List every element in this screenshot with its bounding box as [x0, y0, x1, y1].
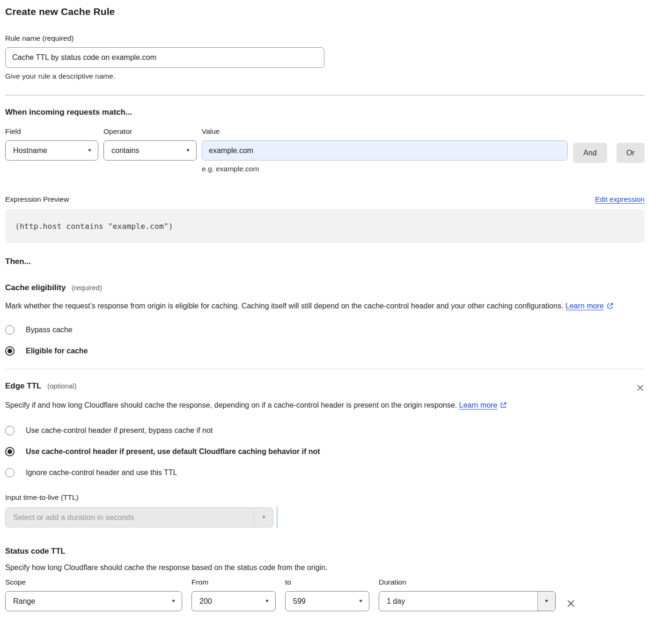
- cache-eligibility-required-tag: (required): [72, 284, 102, 292]
- external-link-icon: [607, 300, 614, 314]
- to-label: to: [285, 578, 369, 586]
- radio-selected-icon[interactable]: [5, 447, 15, 456]
- ttl-input-row: Select or add a duration in seconds ▼: [5, 502, 645, 528]
- scope-select-value: Range: [13, 597, 35, 606]
- chevron-down-icon: ▼: [358, 599, 364, 603]
- status-code-ttl-description: Specify how long Cloudflare should cache…: [5, 561, 645, 574]
- bypass-cache-option[interactable]: Bypass cache: [5, 325, 645, 335]
- edge-ttl-header: Edge TTL (optional): [5, 381, 645, 394]
- then-heading: Then...: [5, 257, 645, 266]
- operator-select[interactable]: contains ▼: [103, 140, 197, 161]
- radio-unselected-icon[interactable]: [5, 325, 15, 335]
- radio-selected-icon[interactable]: [5, 346, 15, 356]
- edge-ttl-optional-tag: (optional): [47, 382, 77, 390]
- field-select[interactable]: Hostname ▼: [5, 140, 98, 161]
- edge-ttl-option-bypass-label: Use cache-control header if present, byp…: [26, 426, 213, 435]
- edge-ttl-description-text: Specify if and how long Cloudflare shoul…: [5, 401, 457, 409]
- field-select-value: Hostname: [13, 146, 47, 155]
- from-column: From 200 ▼: [191, 578, 276, 611]
- chevron-down-icon: ▼: [264, 599, 270, 603]
- text-cursor: [277, 506, 278, 528]
- scope-label: Scope: [5, 578, 182, 586]
- edge-ttl-description: Specify if and how long Cloudflare shoul…: [5, 399, 520, 413]
- radio-unselected-icon[interactable]: [5, 468, 15, 477]
- edge-ttl-option-default[interactable]: Use cache-control header if present, use…: [5, 447, 645, 456]
- to-column: to 599 ▼: [285, 578, 369, 611]
- cache-eligibility-heading-row: Cache eligibility (required): [5, 283, 645, 293]
- edit-expression-link[interactable]: Edit expression: [595, 195, 645, 204]
- eligible-for-cache-option[interactable]: Eligible for cache: [5, 346, 645, 356]
- rule-name-input[interactable]: [5, 47, 324, 68]
- ttl-select-arrow-zone[interactable]: ▼: [254, 508, 273, 527]
- edge-ttl-option-ignore[interactable]: Ignore cache-control header and use this…: [5, 468, 645, 477]
- rule-name-helper: Give your rule a descriptive name.: [5, 72, 645, 80]
- section-divider-top: [5, 95, 645, 95]
- edge-ttl-learn-more-link[interactable]: Learn more: [459, 401, 498, 409]
- match-condition-row: Field Hostname ▼ Operator contains ▼ Val…: [5, 127, 645, 173]
- page-title: Create new Cache Rule: [5, 6, 645, 17]
- to-select-value: 599: [293, 597, 306, 606]
- section-divider-middle: [5, 369, 645, 369]
- duration-select-arrow-zone[interactable]: ▼: [537, 592, 555, 611]
- ttl-input-label: Input time-to-live (TTL): [5, 493, 645, 502]
- value-column: Value e.g. example.com: [202, 127, 568, 173]
- duration-label: Duration: [379, 578, 556, 586]
- value-helper: e.g. example.com: [202, 165, 568, 173]
- from-select-value: 200: [199, 597, 212, 606]
- expression-preview-box: (http.host contains "example.com"): [5, 209, 645, 243]
- edge-ttl-option-default-label: Use cache-control header if present, use…: [26, 447, 320, 456]
- from-label: From: [191, 578, 276, 586]
- ttl-duration-select[interactable]: Select or add a duration in seconds ▼: [5, 507, 273, 527]
- operator-label: Operator: [103, 127, 197, 136]
- or-button[interactable]: Or: [617, 143, 645, 163]
- external-link-icon: [500, 400, 507, 413]
- duration-select[interactable]: 1 day ▼: [379, 591, 556, 611]
- bypass-cache-label: Bypass cache: [26, 326, 73, 334]
- status-code-ttl-heading: Status code TTL: [5, 547, 645, 556]
- cache-eligibility-description: Mark whether the request’s response from…: [5, 300, 634, 314]
- duration-column: Duration 1 day ▼: [379, 578, 556, 611]
- chevron-down-icon: ▼: [171, 599, 176, 603]
- ttl-duration-placeholder: Select or add a duration in seconds: [6, 508, 254, 527]
- value-label: Value: [202, 127, 568, 136]
- chevron-down-icon: ▼: [261, 515, 266, 520]
- and-button[interactable]: And: [573, 143, 607, 163]
- edge-ttl-option-ignore-label: Ignore cache-control header and use this…: [26, 468, 177, 477]
- duration-select-value: 1 day: [379, 592, 537, 611]
- create-cache-rule-page: Create new Cache Rule Rule name (require…: [0, 0, 661, 611]
- rule-name-label: Rule name (required): [5, 34, 645, 43]
- status-code-ttl-row: Scope Range ▼ From 200 ▼ to 599 ▼ Durati…: [5, 578, 645, 611]
- edge-ttl-option-bypass[interactable]: Use cache-control header if present, byp…: [5, 426, 645, 435]
- match-heading: When incoming requests match...: [5, 108, 645, 117]
- cache-eligibility-learn-more-link[interactable]: Learn more: [566, 302, 604, 310]
- chevron-down-icon: ▼: [185, 148, 191, 153]
- expression-preview-label: Expression Preview: [5, 195, 69, 204]
- from-select[interactable]: 200 ▼: [191, 591, 276, 611]
- field-column: Field Hostname ▼: [5, 127, 98, 161]
- radio-unselected-icon[interactable]: [5, 426, 15, 435]
- scope-column: Scope Range ▼: [5, 578, 182, 611]
- eligible-for-cache-label: Eligible for cache: [26, 347, 88, 355]
- field-label: Field: [5, 127, 98, 136]
- value-input[interactable]: [202, 140, 568, 161]
- delete-status-ttl-row-icon[interactable]: [566, 599, 576, 610]
- scope-select[interactable]: Range ▼: [5, 591, 182, 611]
- edge-ttl-heading-row: Edge TTL (optional): [5, 381, 76, 391]
- operator-column: Operator contains ▼: [103, 127, 197, 161]
- to-select[interactable]: 599 ▼: [285, 591, 369, 611]
- chevron-down-icon: ▼: [87, 148, 93, 153]
- edge-ttl-heading: Edge TTL: [5, 381, 41, 390]
- cache-eligibility-description-text: Mark whether the request’s response from…: [5, 302, 563, 310]
- cache-eligibility-heading: Cache eligibility: [5, 283, 66, 292]
- expression-header: Expression Preview Edit expression: [5, 195, 645, 204]
- edge-ttl-close-icon[interactable]: [636, 383, 645, 394]
- chevron-down-icon: ▼: [544, 599, 550, 603]
- expression-code: (http.host contains "example.com"): [15, 222, 173, 231]
- operator-select-value: contains: [111, 146, 140, 155]
